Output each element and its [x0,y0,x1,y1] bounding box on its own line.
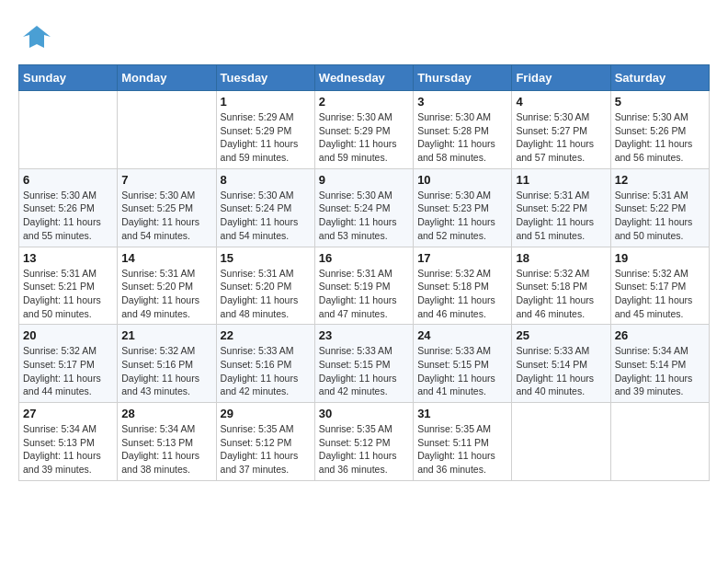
day-number: 31 [417,407,507,420]
day-info: Sunrise: 5:30 AM Sunset: 5:26 PM Dayligh… [23,189,113,243]
calendar-cell: 10Sunrise: 5:30 AM Sunset: 5:23 PM Dayli… [414,168,512,247]
day-info: Sunrise: 5:30 AM Sunset: 5:23 PM Dayligh… [417,189,507,243]
day-info: Sunrise: 5:32 AM Sunset: 5:18 PM Dayligh… [417,267,507,321]
calendar-cell: 30Sunrise: 5:35 AM Sunset: 5:12 PM Dayli… [314,403,413,481]
calendar-cell [19,91,118,169]
calendar-header-row: SundayMondayTuesdayWednesdayThursdayFrid… [19,65,710,91]
day-info: Sunrise: 5:30 AM Sunset: 5:25 PM Dayligh… [121,189,211,243]
calendar-cell: 20Sunrise: 5:32 AM Sunset: 5:17 PM Dayli… [19,325,118,403]
calendar-cell: 1Sunrise: 5:29 AM Sunset: 5:29 PM Daylig… [216,91,314,169]
calendar-day-header: Saturday [610,65,709,91]
day-number: 19 [615,251,705,265]
calendar-cell: 15Sunrise: 5:31 AM Sunset: 5:20 PM Dayli… [216,247,314,325]
calendar-cell [512,403,610,481]
calendar-cell: 16Sunrise: 5:31 AM Sunset: 5:19 PM Dayli… [314,247,413,325]
day-info: Sunrise: 5:32 AM Sunset: 5:16 PM Dayligh… [121,344,211,398]
day-info: Sunrise: 5:30 AM Sunset: 5:24 PM Dayligh… [221,189,311,243]
calendar-week-row: 1Sunrise: 5:29 AM Sunset: 5:29 PM Daylig… [19,91,710,169]
day-number: 12 [615,173,705,187]
day-number: 30 [319,407,409,420]
day-info: Sunrise: 5:32 AM Sunset: 5:18 PM Dayligh… [516,267,606,321]
day-number: 6 [23,173,113,187]
day-number: 28 [121,407,211,420]
day-number: 9 [319,173,409,187]
calendar-cell: 14Sunrise: 5:31 AM Sunset: 5:20 PM Dayli… [118,247,216,325]
day-number: 2 [319,95,409,109]
day-number: 4 [516,95,606,109]
day-number: 14 [121,251,211,265]
day-info: Sunrise: 5:33 AM Sunset: 5:15 PM Dayligh… [417,344,507,398]
day-number: 29 [221,407,311,420]
calendar-cell: 11Sunrise: 5:31 AM Sunset: 5:22 PM Dayli… [512,168,610,247]
calendar-cell: 23Sunrise: 5:33 AM Sunset: 5:15 PM Dayli… [314,325,413,403]
calendar-cell: 27Sunrise: 5:34 AM Sunset: 5:13 PM Dayli… [19,403,118,481]
day-info: Sunrise: 5:30 AM Sunset: 5:29 PM Dayligh… [319,110,409,165]
calendar-cell: 19Sunrise: 5:32 AM Sunset: 5:17 PM Dayli… [610,247,709,325]
day-info: Sunrise: 5:31 AM Sunset: 5:22 PM Dayligh… [615,189,705,243]
logo-icon [18,18,55,55]
calendar-cell: 18Sunrise: 5:32 AM Sunset: 5:18 PM Dayli… [512,247,610,325]
day-number: 7 [121,173,211,187]
calendar-day-header: Tuesday [216,65,314,91]
day-number: 1 [221,95,311,109]
calendar-cell: 4Sunrise: 5:30 AM Sunset: 5:27 PM Daylig… [512,91,610,169]
calendar-cell: 22Sunrise: 5:33 AM Sunset: 5:16 PM Dayli… [216,325,314,403]
day-info: Sunrise: 5:31 AM Sunset: 5:20 PM Dayligh… [121,267,211,321]
calendar-cell: 8Sunrise: 5:30 AM Sunset: 5:24 PM Daylig… [216,168,314,247]
day-info: Sunrise: 5:32 AM Sunset: 5:17 PM Dayligh… [615,267,705,321]
calendar-day-header: Friday [512,65,610,91]
calendar-cell [118,91,216,169]
calendar-cell [610,403,709,481]
day-number: 18 [516,251,606,265]
day-info: Sunrise: 5:34 AM Sunset: 5:13 PM Dayligh… [121,422,211,477]
logo [18,18,59,55]
calendar-cell: 2Sunrise: 5:30 AM Sunset: 5:29 PM Daylig… [314,91,413,169]
day-number: 3 [417,95,507,109]
calendar-cell: 9Sunrise: 5:30 AM Sunset: 5:24 PM Daylig… [314,168,413,247]
day-info: Sunrise: 5:30 AM Sunset: 5:27 PM Dayligh… [516,110,606,165]
calendar-week-row: 6Sunrise: 5:30 AM Sunset: 5:26 PM Daylig… [19,168,710,247]
calendar-cell: 28Sunrise: 5:34 AM Sunset: 5:13 PM Dayli… [118,403,216,481]
page-header [18,18,710,55]
day-info: Sunrise: 5:35 AM Sunset: 5:11 PM Dayligh… [417,422,507,477]
day-number: 13 [23,251,113,265]
day-info: Sunrise: 5:35 AM Sunset: 5:12 PM Dayligh… [221,422,311,477]
day-number: 10 [417,173,507,187]
day-info: Sunrise: 5:31 AM Sunset: 5:22 PM Dayligh… [516,189,606,243]
calendar-cell: 6Sunrise: 5:30 AM Sunset: 5:26 PM Daylig… [19,168,118,247]
calendar-table: SundayMondayTuesdayWednesdayThursdayFrid… [18,64,710,481]
day-info: Sunrise: 5:34 AM Sunset: 5:13 PM Dayligh… [23,422,113,477]
calendar-cell: 25Sunrise: 5:33 AM Sunset: 5:14 PM Dayli… [512,325,610,403]
calendar-day-header: Thursday [414,65,512,91]
day-number: 20 [23,328,113,342]
day-number: 22 [221,328,311,342]
day-info: Sunrise: 5:33 AM Sunset: 5:15 PM Dayligh… [319,344,409,398]
day-info: Sunrise: 5:31 AM Sunset: 5:21 PM Dayligh… [23,267,113,321]
day-info: Sunrise: 5:32 AM Sunset: 5:17 PM Dayligh… [23,344,113,398]
calendar-cell: 3Sunrise: 5:30 AM Sunset: 5:28 PM Daylig… [414,91,512,169]
calendar-cell: 7Sunrise: 5:30 AM Sunset: 5:25 PM Daylig… [118,168,216,247]
day-number: 23 [319,328,409,342]
day-number: 27 [23,407,113,420]
day-number: 25 [516,328,606,342]
day-number: 21 [121,328,211,342]
day-info: Sunrise: 5:30 AM Sunset: 5:28 PM Dayligh… [417,110,507,165]
day-info: Sunrise: 5:34 AM Sunset: 5:14 PM Dayligh… [615,344,705,398]
calendar-day-header: Sunday [19,65,118,91]
calendar-cell: 13Sunrise: 5:31 AM Sunset: 5:21 PM Dayli… [19,247,118,325]
day-info: Sunrise: 5:30 AM Sunset: 5:26 PM Dayligh… [615,110,705,165]
calendar-cell: 26Sunrise: 5:34 AM Sunset: 5:14 PM Dayli… [610,325,709,403]
day-number: 24 [417,328,507,342]
calendar-day-header: Monday [118,65,216,91]
calendar-week-row: 20Sunrise: 5:32 AM Sunset: 5:17 PM Dayli… [19,325,710,403]
calendar-cell: 12Sunrise: 5:31 AM Sunset: 5:22 PM Dayli… [610,168,709,247]
day-number: 5 [615,95,705,109]
calendar-cell: 21Sunrise: 5:32 AM Sunset: 5:16 PM Dayli… [118,325,216,403]
day-info: Sunrise: 5:31 AM Sunset: 5:19 PM Dayligh… [319,267,409,321]
day-info: Sunrise: 5:33 AM Sunset: 5:14 PM Dayligh… [516,344,606,398]
day-number: 17 [417,251,507,265]
calendar-week-row: 13Sunrise: 5:31 AM Sunset: 5:21 PM Dayli… [19,247,710,325]
day-number: 16 [319,251,409,265]
calendar-cell: 5Sunrise: 5:30 AM Sunset: 5:26 PM Daylig… [610,91,709,169]
day-number: 26 [615,328,705,342]
